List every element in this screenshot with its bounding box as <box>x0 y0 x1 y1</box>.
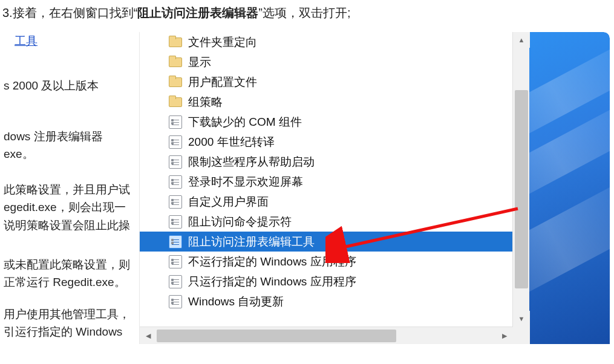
chevron-left-icon: ◀ <box>146 332 151 340</box>
scroll-left-button[interactable]: ◀ <box>140 327 157 344</box>
instruction-text: 3.接着，在右侧窗口找到“阻止访问注册表编辑器”选项，双击打开; <box>0 0 614 32</box>
horizontal-scroll-thumb[interactable] <box>157 330 396 342</box>
policy-row-selected[interactable]: 阻止访问注册表编辑工具 <box>140 232 513 252</box>
policy-description-panel: 工具 s 2000 及以上版本 dows 注册表编辑器 exe。 此策略设置，并… <box>0 32 139 344</box>
chevron-up-icon: ▲ <box>518 36 525 44</box>
folder-icon <box>169 56 182 69</box>
folder-icon <box>169 36 182 49</box>
policy-row[interactable]: 登录时不显示欢迎屏幕 <box>140 172 513 192</box>
policy-row[interactable]: Windows 自动更新 <box>140 291 513 311</box>
description-block-5: 用户使用其他管理工具， 引运行指定的 Windows <box>4 305 136 341</box>
policy-row-label: 自定义用户界面 <box>188 194 269 210</box>
horizontal-scrollbar[interactable]: ◀ ▶ <box>140 327 530 344</box>
scroll-down-button[interactable]: ▼ <box>513 311 530 327</box>
chevron-right-icon: ▶ <box>502 332 507 340</box>
policy-setting-icon <box>169 115 182 129</box>
policy-row-label: 不运行指定的 Windows 应用程序 <box>188 254 356 270</box>
policy-row-label: 只运行指定的 Windows 应用程序 <box>188 274 356 290</box>
policy-setting-icon <box>169 135 182 149</box>
policy-row-label: 阻止访问注册表编辑工具 <box>188 234 315 250</box>
description-block-2: dows 注册表编辑器 exe。 <box>4 128 136 163</box>
policy-setting-icon <box>169 255 182 268</box>
policy-row[interactable]: 显示 <box>140 52 513 72</box>
policy-row-label: 登录时不显示欢迎屏幕 <box>188 174 303 190</box>
policy-row[interactable]: 不运行指定的 Windows 应用程序 <box>140 252 513 271</box>
instruction-suffix: ”选项，双击打开; <box>258 6 350 19</box>
vertical-scroll-thumb[interactable] <box>515 90 528 288</box>
instruction-bold: 阻止访问注册表编辑器 <box>137 6 258 19</box>
policy-setting-icon <box>169 295 182 308</box>
description-block-1: s 2000 及以上版本 <box>4 77 136 94</box>
vertical-scrollbar[interactable]: ▲ ▼ <box>512 32 529 327</box>
policy-row[interactable]: 文件夹重定向 <box>140 32 513 52</box>
policy-setting-icon <box>169 215 182 229</box>
description-block-4: 或未配置此策略设置，则 正常运行 Regedit.exe。 <box>4 256 136 291</box>
desktop-background <box>525 32 610 344</box>
policy-setting-icon <box>169 275 182 288</box>
policy-row[interactable]: 下载缺少的 COM 组件 <box>140 112 513 132</box>
policy-setting-icon <box>169 235 182 249</box>
folder-icon <box>169 76 182 89</box>
policy-setting-icon <box>169 195 182 209</box>
policy-row-label: 用户配置文件 <box>188 74 257 90</box>
policy-row-label: 限制这些程序从帮助启动 <box>188 154 315 170</box>
policy-row-label: Windows 自动更新 <box>188 294 284 310</box>
description-link[interactable]: 工具 <box>15 32 38 50</box>
policy-list[interactable]: 文件夹重定向显示用户配置文件组策略下载缺少的 COM 组件2000 年世纪转译限… <box>140 32 513 326</box>
policy-setting-icon <box>169 155 182 169</box>
policy-row-label: 2000 年世纪转译 <box>188 134 275 150</box>
policy-row-label: 文件夹重定向 <box>188 34 257 50</box>
policy-row[interactable]: 2000 年世纪转译 <box>140 132 513 152</box>
screenshot-figure: 工具 s 2000 及以上版本 dows 注册表编辑器 exe。 此策略设置，并… <box>0 32 610 344</box>
scrollbar-corner <box>513 327 530 344</box>
policy-row-label: 下载缺少的 COM 组件 <box>188 114 302 130</box>
chevron-down-icon: ▼ <box>518 315 525 322</box>
folder-icon <box>169 96 182 109</box>
policy-list-window: 文件夹重定向显示用户配置文件组策略下载缺少的 COM 组件2000 年世纪转译限… <box>139 32 529 344</box>
policy-row-label: 显示 <box>188 54 211 70</box>
description-block-3: 此策略设置，并且用户试 egedit.exe，则会出现一 说明策略设置会阻止此操 <box>4 181 136 234</box>
policy-row-label: 阻止访问命令提示符 <box>188 214 292 230</box>
policy-row-label: 组策略 <box>188 94 223 110</box>
policy-row[interactable]: 组策略 <box>140 92 513 112</box>
policy-row[interactable]: 自定义用户界面 <box>140 192 513 212</box>
policy-row[interactable]: 阻止访问命令提示符 <box>140 212 513 232</box>
policy-setting-icon <box>169 175 182 189</box>
policy-row[interactable]: 限制这些程序从帮助启动 <box>140 152 513 172</box>
instruction-prefix: 3.接着，在右侧窗口找到“ <box>2 6 137 19</box>
policy-row[interactable]: 用户配置文件 <box>140 72 513 92</box>
scroll-right-button[interactable]: ▶ <box>496 327 513 344</box>
scroll-up-button[interactable]: ▲ <box>513 32 530 48</box>
policy-row[interactable]: 只运行指定的 Windows 应用程序 <box>140 271 513 291</box>
